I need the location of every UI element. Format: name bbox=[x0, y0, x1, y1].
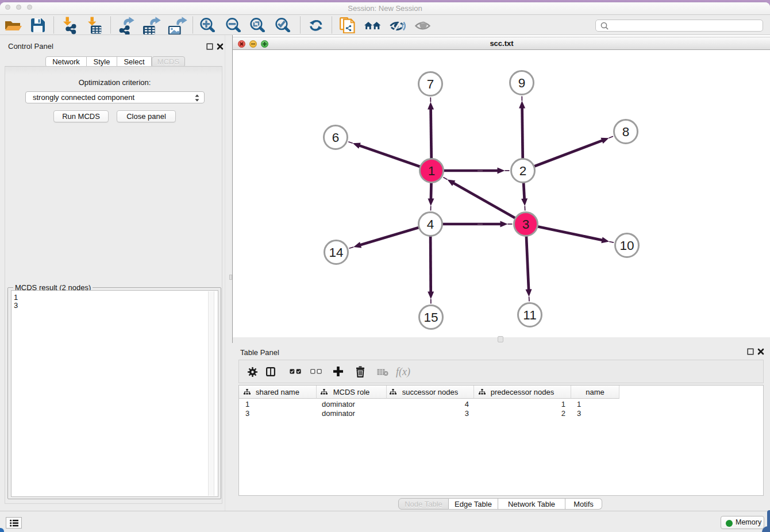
svg-text:8: 8 bbox=[622, 125, 630, 139]
svg-text:4: 4 bbox=[427, 217, 434, 232]
svg-text:10: 10 bbox=[619, 238, 634, 253]
svg-text:14: 14 bbox=[329, 245, 343, 260]
svg-text:15: 15 bbox=[424, 310, 438, 325]
svg-text:7: 7 bbox=[427, 77, 434, 91]
svg-text:3: 3 bbox=[522, 217, 530, 232]
svg-text:9: 9 bbox=[518, 76, 526, 90]
svg-text:11: 11 bbox=[523, 308, 536, 322]
svg-text:2: 2 bbox=[519, 164, 527, 178]
svg-text:1: 1 bbox=[428, 164, 436, 178]
svg-text:6: 6 bbox=[332, 130, 340, 145]
